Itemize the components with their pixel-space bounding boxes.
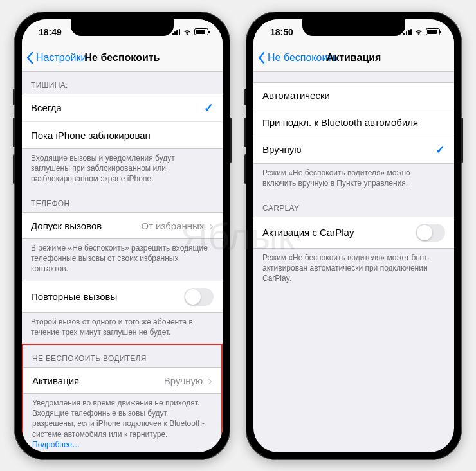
row-label: Активация (32, 375, 79, 386)
page-title: Активация (327, 52, 381, 64)
row-detail: Вручную (79, 375, 203, 386)
section-footer: Уведомления во время движения не приходя… (23, 394, 221, 452)
battery-icon (194, 28, 208, 35)
nav-bar: Настройки Не беспокоить (22, 45, 223, 72)
back-label: Настройки (36, 52, 86, 64)
row-allow-calls[interactable]: Допуск вызовов От избранных › (22, 212, 223, 239)
nav-bar: Не беспокоить Активация (253, 45, 454, 72)
row-label: Активация с CarPlay (262, 227, 354, 238)
wifi-icon (414, 28, 423, 37)
back-button[interactable]: Не беспокоить (257, 51, 338, 64)
chevron-right-icon: › (208, 374, 212, 387)
status-time: 18:50 (270, 27, 293, 37)
row-label: Всегда (31, 102, 62, 113)
learn-more-link[interactable]: Подробнее… (32, 440, 80, 449)
row-option-auto[interactable]: Автоматически (253, 82, 454, 109)
section-header-carplay: CARPLAY (253, 195, 454, 217)
phone-right: 18:50 Не беспокоить Активация Автоматиче… (246, 12, 462, 460)
signal-icon (172, 28, 180, 35)
notch (71, 19, 174, 36)
row-label: Вручную (262, 144, 302, 155)
row-label: Допуск вызовов (31, 220, 102, 231)
section-header-driving: НЕ БЕСПОКОИТЬ ВОДИТЕЛЯ (23, 345, 221, 367)
row-option-bluetooth[interactable]: При подкл. к Bluetooth автомобиля (253, 109, 454, 136)
battery-icon (426, 28, 440, 35)
highlight-driving-section: НЕ БЕСПОКОИТЬ ВОДИТЕЛЯ Активация Вручную… (22, 344, 223, 452)
section-footer: Входящие вызовы и уведомления будут загл… (22, 149, 223, 191)
signal-icon (403, 28, 412, 35)
section-header-phone: ТЕЛЕФОН (22, 190, 223, 212)
section-footer: Режим «Не беспокоить водителя» может быт… (253, 249, 454, 290)
row-detail: От избранных (102, 220, 204, 231)
phone-left: 18:49 Настройки Не беспокоить ТИШИНА: Вс… (14, 12, 230, 460)
row-silence-always[interactable]: Всегда ✓ (22, 94, 223, 122)
row-activate[interactable]: Активация Вручную › (23, 367, 221, 394)
row-label: При подкл. к Bluetooth автомобиля (262, 117, 418, 128)
section-footer: В режиме «Не беспокоить» разрешить входя… (22, 239, 223, 281)
status-time: 18:49 (39, 27, 62, 37)
row-label: Пока iPhone заблокирован (31, 130, 151, 141)
check-icon: ✓ (435, 143, 445, 157)
row-label: Автоматически (262, 90, 330, 101)
chevron-left-icon (26, 51, 33, 64)
chevron-right-icon: › (209, 219, 214, 232)
section-footer: Режим «Не беспокоить водителя» можно вкл… (253, 164, 454, 195)
toggle-repeated-calls[interactable] (184, 288, 214, 306)
row-option-manual[interactable]: Вручную ✓ (253, 136, 454, 164)
section-footer: Второй вызов от одного и того же абонент… (22, 313, 223, 344)
row-label: Повторные вызовы (31, 291, 117, 302)
row-repeated-calls[interactable]: Повторные вызовы (22, 281, 223, 313)
row-carplay-activate[interactable]: Активация с CarPlay (253, 217, 454, 249)
section-header-silence: ТИШИНА: (22, 72, 223, 94)
row-silence-locked[interactable]: Пока iPhone заблокирован (22, 122, 223, 149)
back-button[interactable]: Настройки (26, 51, 86, 64)
toggle-carplay[interactable] (416, 224, 445, 242)
check-icon: ✓ (204, 101, 214, 115)
page-title: Не беспокоить (85, 52, 160, 64)
notch (302, 19, 405, 36)
chevron-left-icon (257, 51, 265, 64)
wifi-icon (183, 28, 192, 37)
